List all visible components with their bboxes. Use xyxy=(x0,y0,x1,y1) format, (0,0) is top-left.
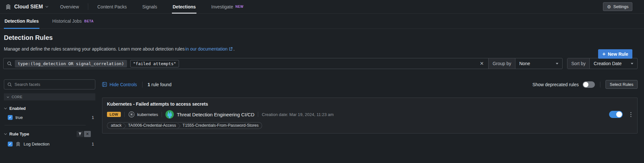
checkbox-checked[interactable]: ✓ xyxy=(8,142,13,146)
product-switcher[interactable]: Cloud SIEM xyxy=(5,0,48,13)
creation-date: Creation date: Mar 19, 2024, 11:23 am xyxy=(262,112,333,117)
product-name: Cloud SIEM xyxy=(14,4,43,10)
page-title: Detection Rules xyxy=(4,34,640,41)
rule-enabled-toggle[interactable] xyxy=(609,111,623,118)
collapse-panel-icon xyxy=(102,82,107,87)
page-header: Detection Rules Manage and define the ru… xyxy=(0,29,644,52)
rules-search-bar[interactable]: type:(log_detection OR signal_correlatio… xyxy=(3,58,563,69)
nav-item-detections[interactable]: Detections xyxy=(165,0,204,13)
chevron-down-icon xyxy=(4,107,7,109)
rule-tag[interactable]: TA0006-Credential-Access xyxy=(123,122,177,129)
facet-divider xyxy=(5,125,86,125)
clear-facet-button[interactable]: ✕ xyxy=(84,131,91,137)
rule-tags-row: attack TA0006-Credential-Access T1555-Cr… xyxy=(107,122,633,129)
nav-item-investigate[interactable]: Investigate NEW xyxy=(204,0,251,13)
settings-button[interactable]: ⚙ Settings xyxy=(603,2,632,11)
search-row: type:(log_detection OR signal_correlatio… xyxy=(3,58,638,69)
beta-badge: BETA xyxy=(84,19,94,23)
tab-detection-rules[interactable]: Detection Rules xyxy=(4,14,39,29)
group-by-label: Group by xyxy=(489,58,515,69)
plus-icon: + xyxy=(602,51,606,57)
controls-divider xyxy=(142,82,143,87)
cloud-siem-icon xyxy=(5,4,11,10)
top-nav: Cloud SIEM Overview Content Packs Signal… xyxy=(0,0,644,14)
search-icon xyxy=(7,82,12,87)
select-rules-button[interactable]: Select Rules xyxy=(606,80,638,89)
facet-option-log-detection[interactable]: ✓ Log Detection 1 xyxy=(8,141,94,146)
page-description: Manage and define the rules scanning you… xyxy=(4,46,640,52)
facet-option-enabled-true[interactable]: ✓ true 1 xyxy=(8,115,94,120)
search-input-space[interactable] xyxy=(179,58,475,69)
external-link-icon xyxy=(229,47,233,51)
rule-count: 1 rule found xyxy=(148,82,172,87)
new-rule-button[interactable]: + New Rule xyxy=(598,49,632,59)
gear-icon: ⚙ xyxy=(607,5,611,9)
chevron-down-icon xyxy=(631,63,633,64)
documentation-link[interactable]: in our documentation xyxy=(185,46,233,52)
nav-divider xyxy=(88,3,88,10)
log-detection-icon xyxy=(16,141,21,146)
clear-search-icon[interactable]: ✕ xyxy=(475,61,489,66)
rule-integration: kubernetes xyxy=(128,111,158,118)
sort-box: Sort by Creation Date xyxy=(567,58,638,69)
facet-sidebar: CORE Enabled ✓ true 1 Rule Type ✕ ✓ xyxy=(4,79,95,146)
facet-count: 1 xyxy=(92,142,94,146)
chevron-down-icon xyxy=(4,132,7,135)
facet-actions: ✕ xyxy=(77,131,91,137)
nav-item-overview[interactable]: Overview xyxy=(52,0,87,13)
author-avatar xyxy=(165,110,174,119)
sub-tab-bar: Detection Rules Historical Jobs BETA xyxy=(0,14,644,29)
nav-item-content-packs[interactable]: Content Packs xyxy=(90,0,134,13)
sort-by-dropdown[interactable]: Creation Date xyxy=(589,58,637,69)
show-deprecated-toggle[interactable] xyxy=(583,81,595,88)
rule-card[interactable]: Kubernetes - Failed attempts to access s… xyxy=(102,98,638,134)
chevron-down-icon xyxy=(7,95,9,98)
rule-author: Threat Detection Engineering CI/CD xyxy=(165,110,254,119)
chevron-down-icon xyxy=(46,5,48,7)
controls-divider xyxy=(600,82,600,87)
severity-badge: LOW xyxy=(107,112,121,117)
show-deprecated-control: Show deprecated rules xyxy=(533,81,595,88)
rule-title[interactable]: Kubernetes - Failed attempts to access s… xyxy=(107,101,633,107)
rule-meta-row: LOW kubernetes xyxy=(107,110,633,119)
search-icon xyxy=(4,58,15,69)
rule-tag[interactable]: T1555-Credentials-From-Password-Stores xyxy=(178,122,262,129)
search-filter-token[interactable]: type:(log_detection OR signal_correlatio… xyxy=(15,60,127,67)
tab-historical-jobs[interactable]: Historical Jobs BETA xyxy=(52,14,94,29)
list-controls-row: Hide Controls 1 rule found Show deprecat… xyxy=(102,79,638,89)
facet-group-enabled[interactable]: Enabled xyxy=(4,106,95,111)
kubernetes-icon xyxy=(128,111,135,118)
rule-tag[interactable]: attack xyxy=(107,122,123,129)
rules-list-area: Hide Controls 1 rule found Show deprecat… xyxy=(102,79,638,134)
facet-search-input[interactable] xyxy=(15,82,92,87)
kebab-menu-icon[interactable] xyxy=(629,111,633,118)
search-query-token[interactable]: "failed attempts" xyxy=(130,60,179,67)
filter-facet-button[interactable] xyxy=(77,131,83,137)
sort-by-label: Sort by xyxy=(567,58,589,69)
group-by-dropdown[interactable]: None xyxy=(515,58,562,69)
content-area: CORE Enabled ✓ true 1 Rule Type ✕ ✓ xyxy=(4,79,638,146)
facet-count: 1 xyxy=(92,115,94,120)
facet-group-rule-type[interactable]: Rule Type ✕ xyxy=(4,131,95,137)
checkbox-checked[interactable]: ✓ xyxy=(8,115,13,120)
nav-item-signals[interactable]: Signals xyxy=(134,0,165,13)
chevron-down-icon xyxy=(556,63,558,64)
facet-section-core[interactable]: CORE xyxy=(4,93,95,100)
new-badge: NEW xyxy=(236,5,244,8)
hide-controls-link[interactable]: Hide Controls xyxy=(102,82,137,87)
facet-search-box xyxy=(4,79,95,89)
